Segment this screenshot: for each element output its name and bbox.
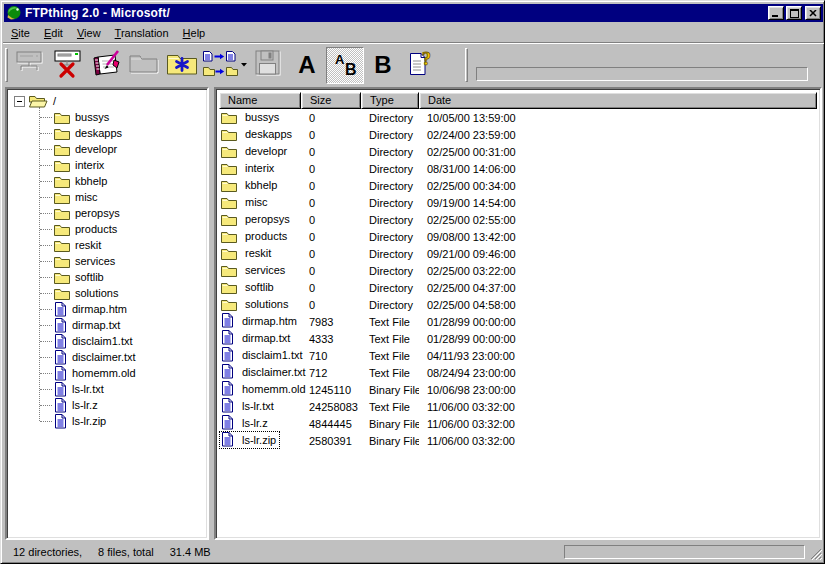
file-row-interix[interactable]: interix0Directory08/31/00 14:06:00 (219, 160, 817, 177)
item-name[interactable]: deskapps (220, 126, 295, 142)
folder-icon (221, 281, 241, 294)
tree-item-interix[interactable]: interix (54, 157, 104, 173)
collapse-toggle-icon[interactable] (14, 96, 25, 107)
file-row-reskit[interactable]: reskit0Directory09/21/00 09:46:00 (219, 245, 817, 262)
tree-item-disclaimer-txt[interactable]: disclaimer.txt (54, 349, 136, 365)
tree-item-homemm-old[interactable]: homemm.old (54, 365, 136, 381)
toolbar-edit-sites-button[interactable] (87, 47, 125, 84)
item-name[interactable]: reskit (220, 245, 274, 261)
file-row-ls-lr-z[interactable]: ls-lr.z4844445Binary File11/06/00 03:32:… (219, 415, 817, 432)
item-name[interactable]: disclaimer.txt (220, 364, 309, 380)
document-icon (221, 432, 238, 447)
column-header-name[interactable]: Name (219, 92, 301, 109)
cell-name: ls-lr.z (219, 415, 301, 433)
tree-item-products[interactable]: products (54, 221, 117, 237)
menu-translation[interactable]: Translation (108, 25, 176, 42)
toolbar-help-button[interactable]: ? (402, 47, 440, 84)
cell-name: ls-lr.txt (219, 398, 301, 416)
file-row-deskapps[interactable]: deskapps0Directory02/24/00 23:59:00 (219, 126, 817, 143)
tree-item-bussys[interactable]: bussys (54, 109, 109, 125)
item-name[interactable]: kbhelp (220, 177, 280, 193)
cell-type: Directory (361, 163, 419, 175)
menu-edit[interactable]: Edit (37, 25, 70, 42)
file-row-developr[interactable]: developr0Directory02/25/00 00:31:00 (219, 143, 817, 160)
toolbar-ascii-mode-button[interactable]: A (288, 47, 326, 84)
file-row-dirmap-htm[interactable]: dirmap.htm7983Text File01/28/99 00:00:00 (219, 313, 817, 330)
tree-item-dirmap-txt[interactable]: dirmap.txt (54, 317, 120, 333)
tree-item-kbhelp[interactable]: kbhelp (54, 173, 107, 189)
item-name[interactable]: homemm.old (220, 381, 309, 397)
item-name[interactable]: ls-lr.txt (220, 398, 277, 414)
tree-item-label: softlib (75, 271, 104, 283)
item-name[interactable]: bussys (220, 109, 282, 125)
toolbar-auto-mode-button[interactable]: AB (326, 47, 364, 84)
tree-item-developr[interactable]: developr (54, 141, 117, 157)
file-row-disclaimer-txt[interactable]: disclaimer.txt712Text File08/24/94 23:00… (219, 364, 817, 381)
column-header-size[interactable]: Size (301, 92, 361, 109)
file-row-ls-lr-zip[interactable]: ls-lr.zip2580391Binary File11/06/00 03:3… (219, 432, 817, 449)
item-name[interactable]: dirmap.htm (220, 313, 300, 329)
menu-view[interactable]: View (70, 25, 108, 42)
menu-site[interactable]: Site (4, 25, 37, 42)
file-row-ls-lr-txt[interactable]: ls-lr.txt24258083Text File11/06/00 03:32… (219, 398, 817, 415)
column-header-type[interactable]: Type (361, 92, 419, 109)
column-header-date[interactable]: Date (419, 92, 817, 109)
item-name[interactable]: developr (220, 143, 290, 159)
item-name[interactable]: softlib (220, 279, 277, 295)
minimize-button[interactable] (768, 6, 784, 20)
item-name[interactable]: solutions (220, 296, 291, 312)
document-icon (54, 414, 67, 429)
tree-item-reskit[interactable]: reskit (54, 237, 101, 253)
item-name[interactable]: misc (220, 194, 271, 210)
tree-item-misc[interactable]: misc (54, 189, 98, 205)
toolbar-gripper[interactable] (5, 48, 8, 82)
maximize-button[interactable] (786, 6, 802, 20)
toolbar-new-folder-button[interactable] (163, 47, 201, 84)
tree-item-ls-lr-zip[interactable]: ls-lr.zip (54, 413, 106, 429)
file-row-dirmap-txt[interactable]: dirmap.txt4333Text File01/28/99 00:00:00 (219, 330, 817, 347)
transfer-dropdown-arrow[interactable] (239, 47, 250, 84)
item-name[interactable]: ls-lr.z (220, 415, 271, 431)
cell-date: 10/05/00 13:59:00 (419, 112, 817, 124)
tree-item-ls-lr-z[interactable]: ls-lr.z (54, 397, 98, 413)
tree-item-label: developr (75, 143, 117, 155)
file-row-services[interactable]: services0Directory02/25/00 03:22:00 (219, 262, 817, 279)
file-row-homemm-old[interactable]: homemm.old1245110Binary File10/06/98 23:… (219, 381, 817, 398)
tree-item-label: disclaim1.txt (72, 335, 133, 347)
tree-item-disclaim1-txt[interactable]: disclaim1.txt (54, 333, 133, 349)
file-row-softlib[interactable]: softlib0Directory02/25/00 04:37:00 (219, 279, 817, 296)
file-row-solutions[interactable]: solutions0Directory02/25/00 04:58:00 (219, 296, 817, 313)
tree-item-dirmap-htm[interactable]: dirmap.htm (54, 301, 127, 317)
tree-item-label: dirmap.htm (72, 303, 127, 315)
file-row-bussys[interactable]: bussys0Directory10/05/00 13:59:00 (219, 109, 817, 126)
tree-item-solutions[interactable]: solutions (54, 285, 118, 301)
item-name[interactable]: interix (220, 160, 277, 176)
file-row-disclaim1-txt[interactable]: disclaim1.txt710Text File04/11/93 23:00:… (219, 347, 817, 364)
toolbar-binary-mode-button[interactable]: B (364, 47, 402, 84)
file-row-peropsys[interactable]: peropsys0Directory02/25/00 02:55:00 (219, 211, 817, 228)
item-name[interactable]: dirmap.txt (220, 330, 293, 346)
focused-item[interactable]: ls-lr.zip (220, 432, 279, 448)
tree-item-services[interactable]: services (54, 253, 115, 269)
toolbar-disconnect-button[interactable] (49, 47, 87, 84)
tree-item-ls-lr-txt[interactable]: ls-lr.txt (54, 381, 104, 397)
file-row-misc[interactable]: misc0Directory09/19/00 14:54:00 (219, 194, 817, 211)
window-controls (768, 6, 821, 20)
menu-help[interactable]: Help (176, 25, 213, 42)
tree-item--[interactable]: / (12, 93, 56, 109)
file-row-kbhelp[interactable]: kbhelp0Directory02/25/00 00:34:00 (219, 177, 817, 194)
toolbar-save-button (250, 47, 288, 84)
tree-item-softlib[interactable]: softlib (54, 269, 104, 285)
item-name[interactable]: services (220, 262, 288, 278)
resize-grip[interactable] (809, 547, 823, 561)
tree-item-deskapps[interactable]: deskapps (54, 125, 122, 141)
cell-date: 02/25/00 04:58:00 (419, 299, 817, 311)
toolbar-transfer-button[interactable] (201, 47, 239, 84)
item-name[interactable]: products (220, 228, 290, 244)
cell-type: Text File (361, 333, 419, 345)
close-button[interactable] (805, 6, 821, 20)
item-name[interactable]: peropsys (220, 211, 293, 227)
file-row-products[interactable]: products0Directory09/08/00 13:42:00 (219, 228, 817, 245)
item-name[interactable]: disclaim1.txt (220, 347, 306, 363)
tree-item-peropsys[interactable]: peropsys (54, 205, 120, 221)
